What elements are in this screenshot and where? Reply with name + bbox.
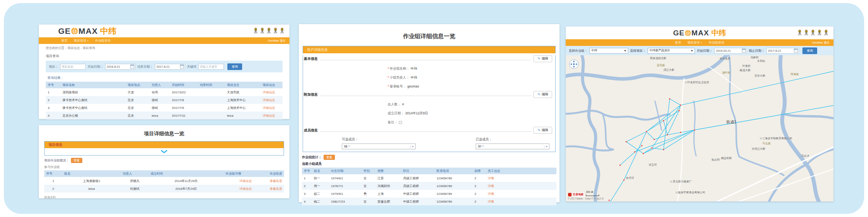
table-link[interactable]: 详情 — [488, 177, 494, 180]
table-link[interactable]: 详情 — [488, 184, 494, 188]
nav-item-project-mgmt[interactable]: 项目管理▼ — [74, 38, 89, 43]
table-cell: 北京 — [126, 112, 150, 119]
table-cell: 3 — [302, 190, 312, 198]
map-query-button[interactable]: 查询 — [802, 47, 817, 54]
column-header: 序号 — [44, 170, 62, 177]
view-button[interactable]: 查看 — [71, 158, 82, 163]
table-cell: 详情 — [486, 174, 556, 182]
end-date-input[interactable]: 2017-8-21 — [766, 48, 799, 54]
stats-view-button[interactable]: 查看 — [324, 155, 335, 160]
edit-members-button[interactable]: ✎编辑 — [534, 127, 552, 134]
controller-icon — [266, 28, 272, 34]
poi-icon: ⊙ — [670, 180, 672, 183]
edit-basic-button[interactable]: ✎编辑 — [534, 55, 552, 62]
table-cell: 2 — [302, 182, 312, 190]
edit-extra-button[interactable]: ✎编辑 — [534, 91, 552, 98]
end-date-input[interactable]: 2017-8-21 — [155, 64, 185, 70]
collapse-toggle[interactable] — [45, 148, 284, 155]
start-date-input[interactable]: 2015-03-21 — [714, 48, 747, 54]
chevron-down-icon: ▼ — [87, 40, 89, 42]
column-header: 项目信息 — [261, 82, 282, 88]
map-road-label: 马北路 — [762, 142, 771, 145]
query-button[interactable]: 查询 — [227, 63, 242, 70]
theodolite-icon — [273, 28, 278, 34]
column-header: 组名 — [62, 170, 121, 177]
end-date-label: 结束日期： — [137, 65, 153, 69]
table-link[interactable]: 详细信息 — [239, 179, 252, 183]
table-cell: 徐斌 — [150, 96, 170, 104]
required-asterisk: * — [388, 66, 389, 70]
table-cell: 2014年11月29日 — [149, 177, 223, 185]
table-cell: 2 — [46, 96, 61, 104]
total-station-icon — [260, 28, 265, 34]
table-cell: 4 — [302, 198, 312, 205]
logo-text-max: MAX — [78, 27, 98, 35]
globe-icon — [71, 28, 78, 35]
baidu-map-viewport[interactable]: 高家港防洪桥选乌路清江大桥加祥里村叶巷村乌桥村水利站横港大桥古补大桥珠海路观叶路… — [566, 55, 833, 201]
available-members-select[interactable]: 钱一▼ — [342, 144, 416, 149]
map-road-label: 珠海路 — [790, 72, 799, 76]
chevron-down-icon: ▼ — [691, 49, 693, 52]
table-link[interactable]: 详细信息 — [263, 114, 275, 117]
map-place-label: ⊙晨光新力模塑厂 — [670, 180, 692, 184]
selected-members-group: 已选成员： 孙一▼ — [476, 137, 549, 149]
extra-info-section-header: 附加信息 ✎编辑 — [304, 91, 552, 98]
table-cell: 详细信息 — [223, 185, 268, 192]
project-name-input[interactable] — [60, 64, 86, 70]
nav-item-project-mgmt[interactable]: 项目管理▼ — [688, 40, 703, 45]
chevron-down-icon: ▼ — [701, 42, 703, 44]
keyword-input[interactable] — [198, 64, 224, 70]
start-date-label: 开始日期： — [88, 65, 103, 69]
table-cell: 详情 — [486, 190, 556, 198]
workgroup-select-label: 选择作业组： — [569, 49, 587, 53]
table-row: 3赵二1979/5/1男上海中级工程师1234567892详情 — [302, 190, 556, 198]
nav-item-workgroup-mgmt[interactable]: 作业组管理 — [709, 40, 724, 45]
map-place-label: 清江大桥 — [664, 68, 674, 72]
nav-item-workgroup-mgmt[interactable]: 作业组管理 — [95, 38, 111, 43]
nav-item-home[interactable]: 首页 — [675, 40, 681, 45]
table-cell: 徕卡技术中心测试 — [61, 104, 126, 112]
project-select[interactable]: 中纬新产品演示▼ — [648, 48, 695, 54]
table-link[interactable]: 详情 — [488, 200, 494, 203]
chevron-down-icon: ▼ — [544, 145, 548, 148]
chevron-down-icon — [161, 150, 167, 153]
table-cell: 详情 — [486, 182, 556, 190]
table-cell: 男 — [362, 190, 376, 198]
map-graphics — [566, 55, 833, 201]
calendar-icon — [742, 49, 746, 52]
table-link[interactable]: 详细信息 — [263, 98, 275, 102]
table-link[interactable]: 详细信息 — [263, 106, 275, 110]
calendar-icon — [130, 65, 134, 68]
founded-date-field: 成立日期：2014年12月9日 — [388, 111, 555, 116]
column-header: 出生日期 — [329, 168, 362, 174]
logout-link[interactable]: GeoMax 退出 — [268, 39, 286, 43]
table-link[interactable]: 查看轨迹 — [270, 187, 282, 191]
table-link[interactable]: 查看轨迹 — [270, 179, 282, 183]
table-link[interactable]: 详情 — [488, 192, 494, 196]
logout-link[interactable]: GeoMax 退出 — [812, 41, 830, 45]
table-link[interactable]: 详细信息 — [263, 91, 275, 94]
table-cell: 123456789 — [435, 198, 473, 205]
column-header: 作业轨迹 — [268, 170, 284, 177]
table-cell: 123456789 — [435, 182, 473, 190]
table-cell: 2016年7月24日 — [149, 185, 223, 192]
dotted-divider — [320, 96, 531, 96]
table-cell — [198, 88, 225, 96]
table-row: 1深圳路项目大连何伟2017/3/22大连市政详细信息 — [46, 88, 282, 96]
selected-members-select[interactable]: 孙一▼ — [476, 144, 549, 149]
detail-content-box: 基本信息 ✎编辑 *作业组名称：中纬 *小组负责人：中纬 *登录账号：geoma… — [303, 55, 556, 152]
workgroup-select[interactable]: 中纬▼ — [589, 48, 628, 54]
available-members-group: 可选成员： 钱一▼ — [342, 137, 416, 149]
table-link[interactable]: 详细信息 — [239, 187, 252, 191]
current-members-caption: 当前小组成员 — [302, 162, 560, 166]
column-header: 开始时间 — [170, 82, 198, 88]
map-pan-control[interactable] — [569, 59, 579, 69]
map-place-label: 坝立圩 — [649, 163, 657, 167]
nav-item-home[interactable]: 首页 — [61, 38, 68, 43]
map-place-label: 水利站 — [757, 59, 765, 63]
keyword-label: 关键词 — [187, 65, 196, 69]
start-date-input[interactable]: 2016-8-21 — [105, 64, 135, 70]
table-cell: 2017/7/5 — [170, 104, 198, 112]
empty-attachment-icon — [399, 121, 402, 124]
baidu-logo-icon — [568, 193, 572, 196]
